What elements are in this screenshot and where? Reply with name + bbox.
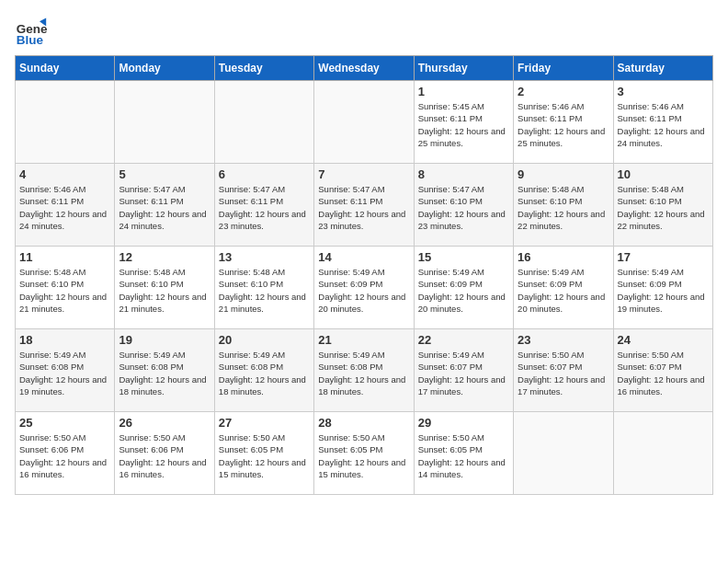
day-header-friday: Friday: [514, 56, 613, 81]
calendar-cell: 25Sunrise: 5:50 AM Sunset: 6:06 PM Dayli…: [16, 412, 115, 495]
day-info: Sunrise: 5:46 AM Sunset: 6:11 PM Dayligh…: [19, 183, 110, 232]
calendar-cell: 3Sunrise: 5:46 AM Sunset: 6:11 PM Daylig…: [613, 81, 712, 164]
day-number: 24: [618, 333, 709, 347]
day-info: Sunrise: 5:50 AM Sunset: 6:05 PM Dayligh…: [418, 431, 509, 480]
calendar-cell: 2Sunrise: 5:46 AM Sunset: 6:11 PM Daylig…: [514, 81, 613, 164]
calendar-table: SundayMondayTuesdayWednesdayThursdayFrid…: [15, 55, 713, 495]
day-info: Sunrise: 5:47 AM Sunset: 6:11 PM Dayligh…: [318, 183, 409, 232]
calendar-cell: 24Sunrise: 5:50 AM Sunset: 6:07 PM Dayli…: [613, 329, 712, 412]
calendar-cell: 15Sunrise: 5:49 AM Sunset: 6:09 PM Dayli…: [414, 247, 513, 329]
day-header-monday: Monday: [115, 56, 214, 81]
day-number: 10: [618, 167, 709, 181]
day-info: Sunrise: 5:48 AM Sunset: 6:10 PM Dayligh…: [518, 183, 609, 232]
day-number: 25: [19, 416, 110, 430]
day-number: 21: [318, 333, 409, 347]
calendar-cell: 17Sunrise: 5:49 AM Sunset: 6:09 PM Dayli…: [613, 247, 712, 329]
day-info: Sunrise: 5:49 AM Sunset: 6:08 PM Dayligh…: [19, 349, 110, 397]
calendar-cell: 4Sunrise: 5:46 AM Sunset: 6:11 PM Daylig…: [16, 164, 115, 247]
day-info: Sunrise: 5:49 AM Sunset: 6:08 PM Dayligh…: [318, 349, 409, 397]
calendar-cell: 14Sunrise: 5:49 AM Sunset: 6:09 PM Dayli…: [314, 247, 414, 329]
day-info: Sunrise: 5:47 AM Sunset: 6:11 PM Dayligh…: [119, 183, 210, 232]
day-info: Sunrise: 5:47 AM Sunset: 6:10 PM Dayligh…: [418, 183, 509, 232]
calendar-cell: 23Sunrise: 5:50 AM Sunset: 6:07 PM Dayli…: [514, 329, 613, 412]
day-info: Sunrise: 5:50 AM Sunset: 6:05 PM Dayligh…: [318, 431, 409, 480]
logo: General Blue: [15, 15, 51, 48]
logo-icon: General Blue: [15, 15, 48, 48]
calendar-cell: [514, 412, 613, 495]
day-info: Sunrise: 5:49 AM Sunset: 6:09 PM Dayligh…: [618, 266, 709, 315]
day-number: 8: [418, 167, 509, 181]
day-number: 14: [318, 250, 409, 264]
calendar-cell: [613, 412, 712, 495]
calendar-cell: 12Sunrise: 5:48 AM Sunset: 6:10 PM Dayli…: [115, 247, 214, 329]
day-info: Sunrise: 5:48 AM Sunset: 6:10 PM Dayligh…: [618, 183, 709, 232]
day-number: 18: [19, 333, 110, 347]
day-info: Sunrise: 5:49 AM Sunset: 6:08 PM Dayligh…: [119, 349, 210, 397]
day-number: 29: [418, 416, 509, 430]
day-info: Sunrise: 5:50 AM Sunset: 6:06 PM Dayligh…: [119, 431, 210, 480]
day-info: Sunrise: 5:46 AM Sunset: 6:11 PM Dayligh…: [618, 100, 709, 149]
calendar-cell: 20Sunrise: 5:49 AM Sunset: 6:08 PM Dayli…: [214, 329, 313, 412]
calendar-cell: 19Sunrise: 5:49 AM Sunset: 6:08 PM Dayli…: [115, 329, 214, 412]
day-number: 12: [119, 250, 210, 264]
calendar-cell: 7Sunrise: 5:47 AM Sunset: 6:11 PM Daylig…: [314, 164, 414, 247]
week-row-4: 18Sunrise: 5:49 AM Sunset: 6:08 PM Dayli…: [16, 329, 713, 412]
calendar-cell: [16, 81, 115, 164]
calendar-cell: 29Sunrise: 5:50 AM Sunset: 6:05 PM Dayli…: [414, 412, 513, 495]
calendar-cell: 10Sunrise: 5:48 AM Sunset: 6:10 PM Dayli…: [613, 164, 712, 247]
day-header-tuesday: Tuesday: [214, 56, 313, 81]
day-number: 1: [418, 85, 509, 98]
calendar-cell: [314, 81, 414, 164]
day-number: 2: [518, 85, 609, 98]
week-row-2: 4Sunrise: 5:46 AM Sunset: 6:11 PM Daylig…: [16, 164, 713, 247]
week-row-1: 1Sunrise: 5:45 AM Sunset: 6:11 PM Daylig…: [16, 81, 713, 164]
calendar-cell: 6Sunrise: 5:47 AM Sunset: 6:11 PM Daylig…: [214, 164, 313, 247]
day-info: Sunrise: 5:49 AM Sunset: 6:08 PM Dayligh…: [219, 349, 310, 397]
calendar-cell: 9Sunrise: 5:48 AM Sunset: 6:10 PM Daylig…: [514, 164, 613, 247]
day-info: Sunrise: 5:50 AM Sunset: 6:06 PM Dayligh…: [19, 431, 110, 480]
day-info: Sunrise: 5:49 AM Sunset: 6:09 PM Dayligh…: [318, 266, 409, 315]
day-number: 6: [219, 167, 310, 181]
calendar-cell: 27Sunrise: 5:50 AM Sunset: 6:05 PM Dayli…: [214, 412, 313, 495]
calendar-cell: [214, 81, 313, 164]
day-number: 22: [418, 333, 509, 347]
day-number: 23: [518, 333, 609, 347]
calendar-header-row: SundayMondayTuesdayWednesdayThursdayFrid…: [16, 56, 713, 81]
week-row-5: 25Sunrise: 5:50 AM Sunset: 6:06 PM Dayli…: [16, 412, 713, 495]
day-info: Sunrise: 5:48 AM Sunset: 6:10 PM Dayligh…: [219, 266, 310, 315]
day-info: Sunrise: 5:45 AM Sunset: 6:11 PM Dayligh…: [418, 100, 509, 149]
calendar-cell: 18Sunrise: 5:49 AM Sunset: 6:08 PM Dayli…: [16, 329, 115, 412]
calendar-cell: 26Sunrise: 5:50 AM Sunset: 6:06 PM Dayli…: [115, 412, 214, 495]
calendar-cell: 8Sunrise: 5:47 AM Sunset: 6:10 PM Daylig…: [414, 164, 513, 247]
day-number: 15: [418, 250, 509, 264]
day-number: 20: [219, 333, 310, 347]
calendar-cell: 28Sunrise: 5:50 AM Sunset: 6:05 PM Dayli…: [314, 412, 414, 495]
day-info: Sunrise: 5:50 AM Sunset: 6:07 PM Dayligh…: [618, 349, 709, 397]
day-info: Sunrise: 5:49 AM Sunset: 6:09 PM Dayligh…: [418, 266, 509, 315]
day-number: 28: [318, 416, 409, 430]
week-row-3: 11Sunrise: 5:48 AM Sunset: 6:10 PM Dayli…: [16, 247, 713, 329]
day-info: Sunrise: 5:49 AM Sunset: 6:07 PM Dayligh…: [418, 349, 509, 397]
day-header-thursday: Thursday: [414, 56, 513, 81]
calendar-cell: 1Sunrise: 5:45 AM Sunset: 6:11 PM Daylig…: [414, 81, 513, 164]
day-info: Sunrise: 5:49 AM Sunset: 6:09 PM Dayligh…: [518, 266, 609, 315]
day-info: Sunrise: 5:46 AM Sunset: 6:11 PM Dayligh…: [518, 100, 609, 149]
day-number: 11: [19, 250, 110, 264]
day-info: Sunrise: 5:48 AM Sunset: 6:10 PM Dayligh…: [19, 266, 110, 315]
day-number: 5: [119, 167, 210, 181]
day-info: Sunrise: 5:50 AM Sunset: 6:07 PM Dayligh…: [518, 349, 609, 397]
day-info: Sunrise: 5:48 AM Sunset: 6:10 PM Dayligh…: [119, 266, 210, 315]
day-number: 4: [19, 167, 110, 181]
day-number: 16: [518, 250, 609, 264]
day-header-saturday: Saturday: [613, 56, 712, 81]
day-info: Sunrise: 5:47 AM Sunset: 6:11 PM Dayligh…: [219, 183, 310, 232]
calendar-cell: 22Sunrise: 5:49 AM Sunset: 6:07 PM Dayli…: [414, 329, 513, 412]
calendar-cell: 13Sunrise: 5:48 AM Sunset: 6:10 PM Dayli…: [214, 247, 313, 329]
day-number: 26: [119, 416, 210, 430]
calendar-cell: 16Sunrise: 5:49 AM Sunset: 6:09 PM Dayli…: [514, 247, 613, 329]
day-number: 3: [618, 85, 709, 98]
day-info: Sunrise: 5:50 AM Sunset: 6:05 PM Dayligh…: [219, 431, 310, 480]
page-header: General Blue: [15, 15, 713, 48]
day-number: 9: [518, 167, 609, 181]
day-number: 17: [618, 250, 709, 264]
